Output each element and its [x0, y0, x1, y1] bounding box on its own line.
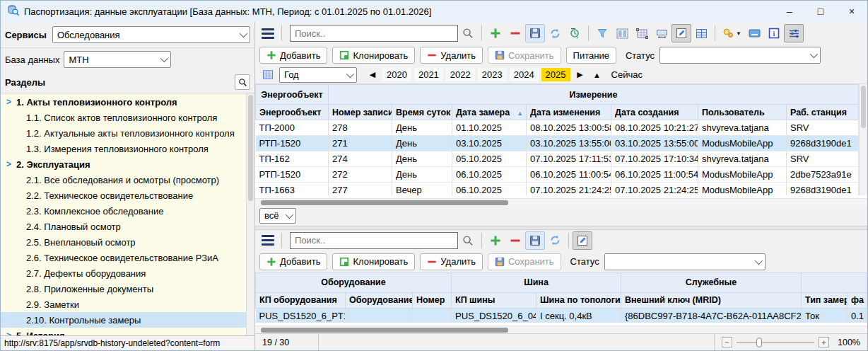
zoom-slider-thumb[interactable]: [756, 338, 762, 347]
show-all-dropdown[interactable]: всё: [259, 208, 296, 224]
table-row[interactable]: PUS_DS1520_6_PT1PUS_DS1520_6_04BB1I секц…: [256, 308, 867, 323]
close-button[interactable]: ×: [836, 1, 867, 22]
zoom-out-button[interactable]: −: [722, 337, 732, 347]
up-period-button[interactable]: ▲: [590, 71, 604, 79]
period-mode-dropdown[interactable]: Год: [279, 67, 357, 83]
tree-item[interactable]: >5. История: [1, 328, 246, 335]
menu-button[interactable]: [258, 231, 278, 250]
tree-scrollbar[interactable]: [246, 93, 254, 335]
table-borders-icon-button[interactable]: [632, 24, 652, 42]
tree-item[interactable]: 2.5. Внеплановый осмотр: [1, 234, 246, 250]
column-header[interactable]: Дата замера▲: [452, 105, 527, 120]
tree-item[interactable]: 1.2. Актуальные акты тепловизионного кон…: [1, 125, 246, 141]
add-button[interactable]: Добавить: [259, 253, 327, 270]
column-header[interactable]: Номер: [413, 292, 452, 308]
tree-item[interactable]: >1. Акты тепловизионного контроля: [1, 94, 246, 110]
year-button[interactable]: 2025: [541, 68, 570, 81]
year-button[interactable]: 2022: [446, 68, 475, 81]
tree-search-button[interactable]: [235, 74, 250, 90]
column-header[interactable]: Время суток: [392, 105, 452, 120]
status-dropdown[interactable]: [659, 47, 821, 64]
top-search-input[interactable]: [291, 25, 457, 41]
minimize-button[interactable]: –: [774, 1, 805, 22]
power-button[interactable]: Питание: [566, 47, 616, 64]
settings-icon-button[interactable]: ▼: [719, 24, 744, 42]
year-button[interactable]: 2021: [414, 68, 443, 81]
chevron-right-icon[interactable]: >: [6, 159, 16, 169]
delete-button[interactable]: Удалить: [420, 47, 483, 64]
refresh-icon-button[interactable]: [545, 231, 565, 250]
refresh-icon-button[interactable]: [545, 24, 565, 42]
delete-button[interactable]: Удалить: [420, 253, 483, 270]
tree-item[interactable]: 2.4. Плановый осмотр: [1, 219, 246, 234]
table-row[interactable]: ТП-2000278День01.10.202508.10.2025 13:00…: [256, 120, 859, 136]
bottom-search-input[interactable]: [291, 233, 457, 248]
save-icon-button[interactable]: [525, 24, 545, 42]
year-button[interactable]: 2023: [478, 68, 507, 81]
column-header[interactable]: Раб. станция: [787, 105, 859, 120]
tree-item[interactable]: 2.10. Контрольные замеры: [1, 312, 246, 328]
column-header[interactable]: Пользователь: [698, 105, 787, 120]
tree-item[interactable]: 2.6. Техническое освидетельствование РЗи…: [1, 250, 246, 265]
maximize-button[interactable]: □: [805, 1, 836, 22]
menu-button[interactable]: [258, 24, 278, 42]
table2-horizontal-scrollbar[interactable]: [255, 326, 867, 333]
zoom-in-button[interactable]: +: [819, 337, 829, 347]
status-dropdown[interactable]: [604, 253, 766, 270]
clone-button[interactable]: Клонировать: [332, 253, 415, 270]
table-row[interactable]: ТП-162274День05.10.202507.10.2025 17:11:…: [256, 151, 859, 167]
column-header[interactable]: КП оборудования: [256, 292, 346, 308]
now-button[interactable]: Сейчас: [607, 68, 647, 81]
delete-icon-button[interactable]: [505, 24, 525, 42]
keyboard-panel-icon-button[interactable]: [744, 24, 764, 42]
delete-icon-button[interactable]: [505, 231, 525, 250]
prev-year-button[interactable]: ◀: [365, 70, 380, 79]
table-view-icon-button[interactable]: [691, 24, 711, 42]
tree-item[interactable]: >2. Эксплуатация: [1, 156, 246, 172]
add-icon-button[interactable]: [486, 231, 505, 250]
next-year-button[interactable]: ▶: [573, 70, 587, 79]
table1-horizontal-scrollbar[interactable]: [255, 198, 867, 206]
info-icon-button[interactable]: i: [764, 24, 784, 42]
clone-button[interactable]: Клонировать: [332, 47, 415, 64]
column-header[interactable]: Дата изменения: [527, 105, 611, 120]
chevron-right-icon[interactable]: >: [6, 330, 16, 335]
column-header[interactable]: Энергообъект: [256, 105, 329, 120]
tree-item[interactable]: 2.3. Комплексное обследование: [1, 203, 246, 219]
year-button[interactable]: 2024: [510, 68, 539, 81]
column-chooser-icon-button[interactable]: [612, 24, 632, 42]
save-button[interactable]: Сохранить: [488, 253, 561, 270]
edit-form-icon-button[interactable]: [573, 231, 592, 250]
filter-icon-button[interactable]: [592, 24, 612, 42]
table-row[interactable]: РТП-1520271День03.10.202503.10.2025 13:5…: [256, 136, 859, 151]
tree-item[interactable]: 2.8. Приложенные документы: [1, 281, 246, 297]
add-icon-button[interactable]: [486, 24, 505, 42]
tree-item[interactable]: 2.9. Заметки: [1, 297, 246, 312]
chevron-right-icon[interactable]: >: [6, 97, 16, 107]
bottom-search-button[interactable]: [458, 231, 478, 250]
top-search-button[interactable]: [458, 24, 478, 42]
save-icon-button[interactable]: [525, 231, 545, 250]
save-button[interactable]: Сохранить: [488, 47, 561, 64]
column-header[interactable]: Номер записи: [329, 105, 392, 120]
column-header[interactable]: Дата создания: [611, 105, 698, 120]
panel-settings-icon-button[interactable]: [784, 24, 804, 42]
column-header[interactable]: Внешний ключ (MRID): [621, 292, 802, 308]
column-width-icon-button[interactable]: [652, 24, 671, 42]
zoom-slider[interactable]: [737, 342, 814, 343]
column-header[interactable]: Тип замера: [802, 292, 848, 308]
tree-item[interactable]: 2.1. Все обследования и осмотры (просмот…: [1, 172, 246, 188]
calendar-grid-button[interactable]: [259, 67, 276, 83]
tree-item[interactable]: 2.7. Дефекты оборудования: [1, 265, 246, 281]
edit-form-icon-button[interactable]: [671, 24, 691, 42]
column-header[interactable]: Оборудование: [346, 292, 413, 308]
refresh-period-icon-button[interactable]: [565, 24, 585, 42]
tree-item[interactable]: 2.2. Техническое освидетельствование: [1, 188, 246, 203]
column-header[interactable]: КП шины: [452, 292, 536, 308]
table1-vertical-scrollbar[interactable]: [859, 84, 867, 195]
table-row[interactable]: РТП-1520272День06.10.202506.10.2025 11:0…: [256, 167, 859, 183]
year-button[interactable]: 2020: [382, 68, 411, 81]
tree-item[interactable]: 1.3. Измерения тепловизионного контроля: [1, 141, 246, 156]
column-header[interactable]: Шина по топологии: [536, 292, 621, 308]
services-dropdown[interactable]: Обследования: [52, 26, 250, 43]
